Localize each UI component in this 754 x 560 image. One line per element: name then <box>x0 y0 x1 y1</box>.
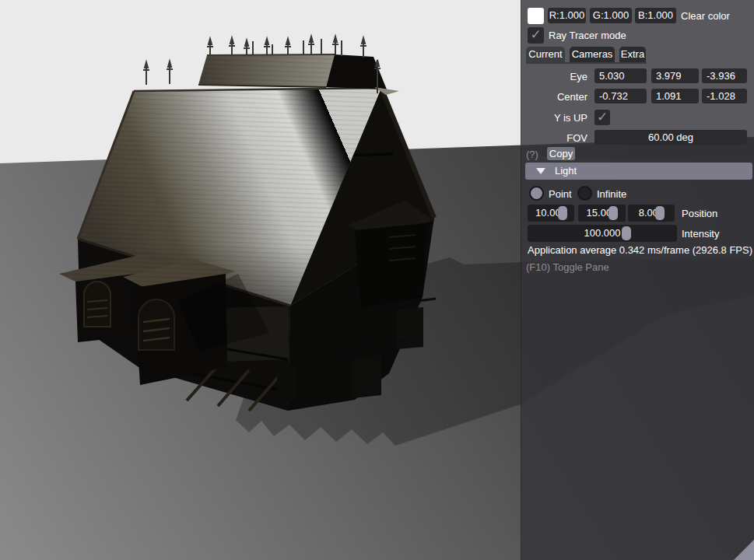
center-label: Center <box>525 91 587 103</box>
fov-label: FOV <box>525 132 587 144</box>
help-hint: (?) <box>526 149 538 160</box>
drag-knob[interactable] <box>608 206 618 220</box>
light-infinite-radio[interactable] <box>577 186 592 201</box>
tab-cameras[interactable]: Cameras <box>570 47 615 62</box>
clear-color-g-button[interactable]: G:1.000 <box>590 8 632 23</box>
center-x-field[interactable]: -0.732 <box>594 89 647 103</box>
light-infinite-label: Infinite <box>597 188 626 200</box>
fov-field[interactable]: 60.00 deg <box>594 130 747 145</box>
y-is-up-label: Y is UP <box>525 112 587 124</box>
eye-x-field[interactable]: 5.030 <box>594 68 647 83</box>
eye-y-field[interactable]: 3.979 <box>651 68 699 83</box>
light-point-label: Point <box>549 188 572 200</box>
drag-knob[interactable] <box>655 206 665 220</box>
light-section-header[interactable]: Light <box>525 163 752 180</box>
resize-grip[interactable] <box>734 540 754 560</box>
light-intensity-drag[interactable]: 100.000 <box>528 225 677 242</box>
drag-knob[interactable] <box>622 226 631 240</box>
light-position-label: Position <box>682 208 717 219</box>
check-icon: ✓ <box>530 27 541 42</box>
fps-stats-text: Application average 0.342 ms/frame (2926… <box>528 244 752 256</box>
clear-color-r-button[interactable]: R:1.000 <box>548 8 586 23</box>
ray-tracer-checkbox[interactable]: ✓ <box>528 27 544 44</box>
y-is-up-checkbox[interactable]: ✓ <box>594 110 610 125</box>
eye-z-field[interactable]: -3.936 <box>702 68 747 83</box>
light-header-label: Light <box>555 163 577 180</box>
light-position-y-drag[interactable]: 15.000 <box>578 205 626 222</box>
light-intensity-label: Intensity <box>682 228 719 240</box>
clear-color-swatch[interactable] <box>528 8 544 24</box>
tab-underline <box>526 62 647 64</box>
light-point-radio[interactable] <box>529 186 544 201</box>
control-panel: R:1.000 G:1.000 B:1.000 Clear color ✓ Ra… <box>521 0 754 560</box>
copy-button[interactable]: Copy <box>547 147 575 160</box>
tab-current[interactable]: Current <box>526 47 565 62</box>
light-position-z-drag[interactable]: 8.000 <box>628 205 675 222</box>
check-icon: ✓ <box>597 110 608 124</box>
toggle-pane-hint: (F10) Toggle Pane <box>526 261 609 273</box>
clear-color-b-button[interactable]: B:1.000 <box>635 8 676 23</box>
collapse-triangle-icon <box>536 168 545 174</box>
center-y-field[interactable]: 1.091 <box>651 89 699 103</box>
drag-knob[interactable] <box>558 206 567 220</box>
light-position-x-drag[interactable]: 10.000 <box>528 205 574 222</box>
center-z-field[interactable]: -1.028 <box>702 89 747 103</box>
eye-label: Eye <box>525 71 587 82</box>
app-window: R:1.000 G:1.000 B:1.000 Clear color ✓ Ra… <box>0 0 754 560</box>
tab-extra[interactable]: Extra <box>619 47 646 62</box>
ray-tracer-label: Ray Tracer mode <box>549 30 626 41</box>
clear-color-label: Clear color <box>681 10 730 22</box>
